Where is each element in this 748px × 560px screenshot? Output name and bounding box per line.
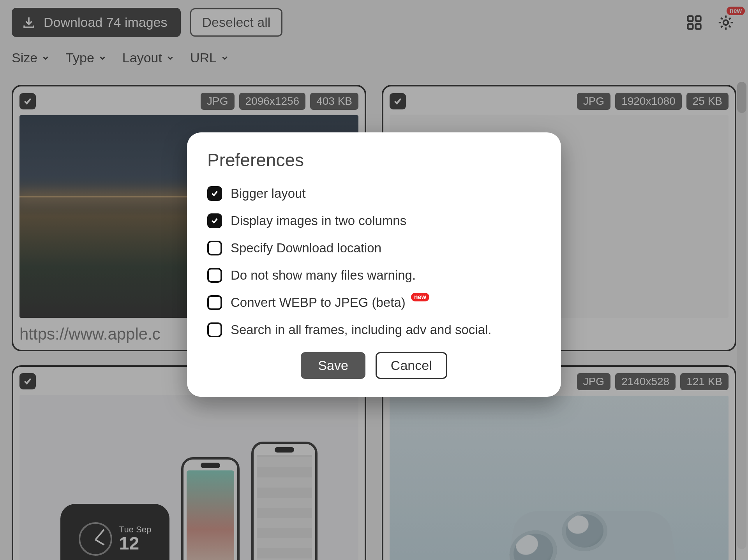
format-pill: JPG — [577, 373, 610, 390]
download-button[interactable]: Download 74 images — [12, 8, 181, 37]
svg-rect-0 — [688, 16, 693, 21]
chevron-down-icon — [221, 54, 229, 62]
select-checkbox[interactable] — [19, 93, 36, 109]
pref-label: Search in all frames, including adv and … — [231, 322, 492, 337]
phone-illustration — [251, 442, 318, 560]
phone-camera-illustration — [504, 511, 681, 560]
checkbox-unchecked[interactable] — [207, 322, 222, 337]
camera-lens-icon — [506, 530, 558, 560]
svg-rect-1 — [696, 16, 701, 21]
filter-layout[interactable]: Layout — [122, 50, 175, 65]
pref-option-bigger-layout[interactable]: Bigger layout — [207, 186, 541, 201]
download-label: Download 74 images — [44, 15, 168, 30]
select-checkbox[interactable] — [390, 93, 406, 109]
deselect-all-button[interactable]: Deselect all — [190, 8, 283, 37]
image-thumbnail[interactable] — [390, 396, 729, 560]
select-checkbox[interactable] — [19, 373, 36, 389]
filesize-pill: 25 KB — [686, 93, 729, 110]
grid-view-button[interactable] — [684, 12, 704, 33]
pref-option-download-location[interactable]: Specify Download location — [207, 241, 541, 255]
save-label: Save — [318, 358, 348, 373]
image-meta-pills: JPG 2096x1256 403 KB — [201, 93, 358, 110]
checkbox-checked[interactable] — [207, 186, 222, 201]
filter-size-label: Size — [12, 50, 37, 65]
camera-lens-icon — [561, 511, 608, 551]
dimensions-pill: 2096x1256 — [239, 93, 306, 110]
filter-type-label: Type — [65, 50, 94, 65]
pref-label: Convert WEBP to JPEG (beta) — [231, 295, 406, 310]
filter-url[interactable]: URL — [190, 50, 229, 65]
filter-bar: Size Type Layout URL — [12, 50, 736, 65]
apple-watch-illustration: Tue Sep 12 — [60, 504, 169, 560]
svg-point-4 — [723, 20, 728, 25]
scrollbar-thumb[interactable] — [737, 82, 746, 113]
scrollbar[interactable] — [737, 82, 746, 549]
chevron-down-icon — [98, 54, 107, 62]
format-pill: JPG — [201, 93, 234, 110]
pref-option-two-columns[interactable]: Display images in two columns — [207, 213, 541, 228]
dimensions-pill: 1920x1080 — [615, 93, 682, 110]
modal-actions: Save Cancel — [207, 352, 541, 379]
filter-layout-label: Layout — [122, 50, 162, 65]
watch-face-icon — [79, 522, 112, 556]
format-pill: JPG — [577, 93, 610, 110]
modal-title: Preferences — [207, 150, 541, 171]
preferences-modal: Preferences Bigger layout Display images… — [187, 132, 561, 397]
card-header: JPG 1920x1080 25 KB — [390, 93, 729, 110]
checkbox-unchecked[interactable] — [207, 268, 222, 283]
watch-day: 12 — [119, 534, 151, 553]
svg-rect-3 — [696, 24, 701, 29]
gear-icon — [717, 14, 735, 32]
chevron-down-icon — [166, 54, 175, 62]
watch-date: Tue Sep 12 — [119, 525, 151, 553]
pref-option-files-warning[interactable]: Do not show many files warning. — [207, 268, 541, 283]
dimensions-pill: 2140x528 — [615, 373, 676, 390]
pref-label: Do not show many files warning. — [231, 268, 416, 283]
pref-label: Bigger layout — [231, 186, 306, 201]
chevron-down-icon — [41, 54, 50, 62]
settings-button[interactable]: new — [715, 12, 736, 33]
save-button[interactable]: Save — [301, 352, 365, 379]
svg-rect-2 — [688, 24, 693, 29]
checkbox-unchecked[interactable] — [207, 295, 222, 310]
filesize-pill: 403 KB — [310, 93, 358, 110]
filesize-pill: 121 KB — [680, 373, 729, 390]
filter-type[interactable]: Type — [65, 50, 107, 65]
checkbox-checked[interactable] — [207, 213, 222, 228]
image-meta-pills: JPG 1920x1080 25 KB — [577, 93, 729, 110]
pref-option-webp-to-jpeg[interactable]: Convert WEBP to JPEG (beta) new — [207, 295, 541, 310]
pref-option-search-frames[interactable]: Search in all frames, including adv and … — [207, 322, 541, 337]
image-thumbnail[interactable]: Tue Sep 12 — [19, 395, 358, 560]
checkbox-unchecked[interactable] — [207, 241, 222, 255]
filter-url-label: URL — [190, 50, 217, 65]
pref-label: Specify Download location — [231, 241, 381, 255]
filter-size[interactable]: Size — [12, 50, 50, 65]
grid-icon — [686, 14, 703, 31]
toolbar: Download 74 images Deselect all — [12, 8, 736, 37]
settings-new-badge: new — [727, 7, 745, 15]
image-meta-pills: JPG 2140x528 121 KB — [577, 373, 729, 390]
cancel-button[interactable]: Cancel — [376, 352, 447, 379]
phone-illustration — [181, 457, 240, 560]
new-badge: new — [411, 293, 429, 301]
download-icon — [22, 16, 36, 30]
pref-label: Display images in two columns — [231, 213, 406, 228]
cancel-label: Cancel — [391, 358, 432, 373]
deselect-label: Deselect all — [202, 15, 271, 30]
card-header: JPG 2096x1256 403 KB — [19, 93, 358, 110]
toolbar-right-group: new — [684, 12, 736, 33]
